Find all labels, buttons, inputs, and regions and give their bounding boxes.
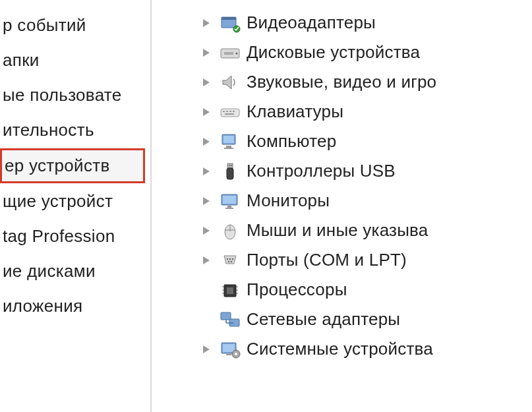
device-category[interactable]: Мониторы [203, 186, 532, 216]
device-category-label: Видеоадаптеры [247, 13, 376, 33]
device-category[interactable]: Системные устройства [203, 334, 532, 364]
sidebar-item[interactable]: апки [0, 43, 150, 78]
device-category[interactable]: Порты (COM и LPT) [203, 245, 532, 275]
sidebar-item[interactable]: tag Profession [0, 219, 150, 254]
device-category[interactable]: Звуковые, видео и игро [203, 67, 532, 97]
device-category[interactable]: Сетевые адаптеры [203, 305, 532, 334]
computer-icon [219, 132, 241, 152]
svg-rect-1 [222, 17, 236, 20]
device-category[interactable]: Мыши и иные указыва [203, 216, 532, 245]
svg-point-29 [232, 258, 233, 259]
svg-rect-13 [223, 136, 234, 143]
svg-rect-9 [229, 111, 231, 112]
svg-rect-6 [221, 109, 239, 117]
svg-point-27 [227, 258, 228, 259]
sidebar-item[interactable]: иложения [0, 289, 150, 324]
device-category[interactable]: Контроллеры USB [203, 156, 532, 186]
svg-point-31 [231, 260, 232, 262]
sidebar-item[interactable]: ие дисками [0, 254, 150, 289]
sound-icon [219, 73, 241, 92]
keyboard-icon [219, 102, 241, 122]
svg-rect-15 [224, 148, 233, 149]
device-category-label: Мониторы [247, 191, 330, 211]
svg-point-5 [236, 52, 238, 54]
sidebar-item[interactable]: щие устройст [0, 184, 150, 219]
ports-icon [219, 250, 241, 270]
video-adapter-icon [219, 13, 241, 33]
svg-rect-8 [226, 111, 228, 112]
device-category-label: Дисковые устройства [247, 42, 420, 63]
management-sidebar: р событийапкиые пользоватеительностьер у… [0, 0, 152, 412]
device-category-label: Звуковые, видео и игро [247, 72, 436, 92]
usb-icon [219, 162, 241, 181]
svg-rect-18 [229, 165, 230, 166]
svg-point-30 [228, 260, 229, 262]
expand-collapse-icon[interactable] [203, 256, 210, 264]
expand-collapse-icon[interactable] [203, 197, 210, 205]
device-category-label: Мыши и иные указыва [247, 220, 428, 241]
expand-collapse-icon[interactable] [203, 19, 210, 27]
device-category[interactable]: Клавиатуры [203, 97, 532, 127]
svg-rect-40 [221, 312, 231, 320]
svg-point-48 [235, 353, 237, 355]
sidebar-item[interactable]: р событий [0, 8, 150, 43]
device-manager-tree: ВидеоадаптерыДисковые устройстваЗвуковые… [152, 0, 532, 412]
svg-rect-19 [231, 165, 232, 166]
device-category-label: Процессоры [247, 280, 347, 300]
device-category[interactable]: Видеоадаптеры [203, 8, 532, 38]
svg-rect-46 [226, 354, 231, 355]
svg-rect-45 [223, 344, 235, 352]
device-category[interactable]: Компьютер [203, 127, 532, 156]
svg-point-28 [229, 258, 231, 259]
mouse-icon [219, 221, 241, 241]
system-device-icon [219, 339, 241, 359]
device-category-label: Контроллеры USB [247, 161, 396, 181]
svg-rect-17 [227, 168, 233, 179]
expand-collapse-icon[interactable] [203, 108, 210, 116]
device-category-label: Системные устройства [247, 339, 433, 359]
expand-collapse-icon[interactable] [203, 78, 210, 86]
device-category-label: Компьютер [247, 131, 336, 152]
svg-rect-7 [223, 111, 225, 112]
network-adapter-icon [219, 310, 241, 330]
disk-drive-icon [219, 43, 241, 63]
svg-rect-11 [225, 113, 234, 115]
svg-rect-16 [227, 163, 233, 168]
sidebar-item-device-manager[interactable]: ер устройств [0, 148, 145, 183]
svg-rect-33 [227, 287, 233, 294]
processor-icon [219, 280, 241, 300]
svg-rect-23 [225, 208, 233, 209]
expand-collapse-icon[interactable] [203, 345, 210, 353]
device-category-label: Порты (COM и LPT) [247, 250, 407, 270]
device-category[interactable]: Дисковые устройства [203, 38, 532, 67]
sidebar-item[interactable]: ительность [0, 113, 150, 148]
monitor-icon [219, 191, 241, 211]
device-category-label: Клавиатуры [247, 102, 343, 122]
expand-collapse-icon[interactable] [203, 167, 210, 175]
device-category-label: Сетевые адаптеры [247, 309, 400, 330]
sidebar-item[interactable]: ые пользовате [0, 78, 150, 113]
svg-rect-14 [226, 146, 231, 148]
svg-rect-10 [233, 111, 235, 112]
svg-rect-21 [223, 196, 236, 204]
expand-collapse-icon[interactable] [203, 138, 210, 146]
expand-collapse-icon[interactable] [203, 227, 210, 235]
svg-rect-4 [224, 52, 233, 55]
device-category[interactable]: Процессоры [203, 275, 532, 305]
svg-rect-22 [227, 206, 231, 208]
expand-collapse-icon[interactable] [203, 49, 210, 57]
